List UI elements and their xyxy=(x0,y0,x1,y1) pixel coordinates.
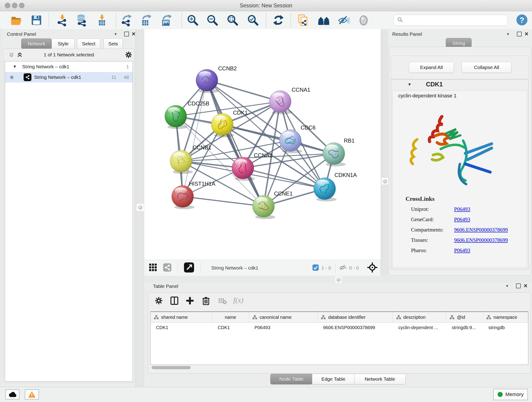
control-panel-float-icon[interactable] xyxy=(124,32,129,36)
zoom-out-icon[interactable] xyxy=(206,14,219,26)
share-document-icon[interactable] xyxy=(297,14,309,26)
right-splitter-handle[interactable] xyxy=(381,178,388,185)
memory-button[interactable]: Memory xyxy=(493,389,528,400)
results-panel-close-icon[interactable]: × xyxy=(525,32,528,36)
zoom-selected-icon[interactable] xyxy=(247,14,259,26)
table-row[interactable]: CDK1CDK1P064939606.ENSP00000378699cyclin… xyxy=(151,323,528,332)
tab-sets[interactable]: Sets xyxy=(104,38,123,49)
column-header-database-identifier[interactable]: database identifier xyxy=(317,312,393,322)
network-node-cdk1[interactable]: CDK1 xyxy=(211,109,248,137)
control-panel-menu-icon[interactable]: ▼ xyxy=(114,32,117,36)
crosslink-link[interactable]: 9606.ENSP00000378699 xyxy=(454,237,508,243)
fit-content-crosshair-icon[interactable] xyxy=(367,262,378,274)
network-share-icon xyxy=(24,73,32,81)
gene-card-collapse-icon[interactable]: ▼ xyxy=(408,82,412,87)
column-header-shared-name[interactable]: shared name xyxy=(151,312,212,322)
hide-eye-icon[interactable] xyxy=(337,14,350,26)
export-table-icon[interactable] xyxy=(140,14,152,26)
table-panel-close-icon[interactable]: × xyxy=(524,283,527,288)
network-row[interactable]: String Network – cdk1 11 48 xyxy=(5,72,133,83)
open-session-icon[interactable] xyxy=(10,14,22,26)
crosslink-label: Uniprot: xyxy=(411,206,454,212)
column-header-namespace[interactable]: namespace xyxy=(483,312,528,322)
column-type-icon xyxy=(154,315,159,319)
column-header-name[interactable]: name xyxy=(212,312,249,322)
zoom-fit-icon[interactable] xyxy=(226,14,239,26)
grid-view-icon[interactable] xyxy=(149,263,157,273)
control-panel-close-icon[interactable]: × xyxy=(132,32,135,36)
crosslink-link[interactable]: P06493 xyxy=(454,206,470,212)
birdseye-view-icon[interactable] xyxy=(184,262,194,274)
network-collection-label: String Network – cdk1 xyxy=(22,64,69,70)
node-label: CDC6 xyxy=(301,124,316,131)
table-panel-menu-icon[interactable]: ▼ xyxy=(505,284,509,288)
collapse-all-button[interactable]: Collapse All xyxy=(462,62,511,73)
network-canvas[interactable]: CCNB2CCNA1CDC25BCDK1CDC6RB1CCNB1CCNA2CDK… xyxy=(144,29,381,260)
tab-select[interactable]: Select xyxy=(77,38,100,49)
create-column-icon[interactable] xyxy=(185,295,195,306)
column-header--id[interactable]: @id xyxy=(446,312,483,322)
table-cell: 9606.ENSP00000378699 xyxy=(317,325,393,330)
column-header-description[interactable]: description xyxy=(393,312,447,322)
crosslink-link[interactable]: P06493 xyxy=(454,217,470,223)
tab-network-table[interactable]: Network Table xyxy=(354,374,405,384)
delete-column-trash-icon[interactable] xyxy=(201,295,211,306)
node-table: shared namenamecanonical namedatabase id… xyxy=(150,312,528,365)
window-titlebar: Session: New Session xyxy=(0,0,532,11)
table-options-gear-icon[interactable] xyxy=(153,295,164,306)
table-hscrollbar-track[interactable] xyxy=(150,366,528,370)
import-table-file-icon[interactable] xyxy=(96,14,108,26)
table-panel-float-icon[interactable] xyxy=(516,283,521,288)
network-options-gear-icon[interactable] xyxy=(125,51,132,59)
protein-structure-image xyxy=(405,103,501,192)
save-session-icon[interactable] xyxy=(30,14,43,26)
left-splitter-handle[interactable] xyxy=(136,204,144,211)
horizontal-splitter-handle[interactable] xyxy=(335,276,342,283)
delete-table-icon[interactable] xyxy=(217,296,228,306)
crosslink-link[interactable]: P06493 xyxy=(454,248,470,254)
function-builder-icon[interactable]: f(x) xyxy=(233,296,243,304)
show-columns-icon[interactable] xyxy=(169,295,180,306)
toolbar-separator xyxy=(181,13,182,27)
eye-inactive-icon[interactable] xyxy=(357,14,370,26)
zoom-in-icon[interactable] xyxy=(186,14,199,26)
expand-all-button[interactable]: Expand All xyxy=(409,62,454,73)
export-image-icon[interactable] xyxy=(160,14,173,26)
home-icon[interactable] xyxy=(317,14,330,26)
network-node-cdc6[interactable]: CDC6 xyxy=(279,124,316,153)
node-label: CCNE1 xyxy=(274,191,293,197)
column-header-canonical-name[interactable]: canonical name xyxy=(249,312,318,322)
network-node-ccnb1[interactable]: CCNB1 xyxy=(170,144,211,174)
refresh-icon[interactable] xyxy=(272,14,285,26)
column-type-icon xyxy=(450,315,455,319)
import-network-database-icon[interactable] xyxy=(75,14,88,26)
warning-button[interactable] xyxy=(25,389,39,400)
network-node-rb1[interactable]: RB1 xyxy=(323,138,355,166)
crosslink-link[interactable]: 9606.ENSP00000378699 xyxy=(454,227,508,233)
collapse-triangle-icon[interactable]: ▼ xyxy=(13,64,17,69)
crosslinks-list: Uniprot:P06493GeneCard:P06493Compartment… xyxy=(411,206,521,258)
gene-card: ▼ CDK1 cyclin-dependent kinase 1 xyxy=(391,79,529,269)
results-panel-float-icon[interactable] xyxy=(517,32,522,36)
tab-network[interactable]: Network xyxy=(21,38,51,49)
selected-checkbox-icon[interactable] xyxy=(312,264,319,272)
gene-description: cyclin-dependent kinase 1 xyxy=(398,93,456,99)
results-panel-menu-icon[interactable]: ▼ xyxy=(506,32,510,36)
network-view-share-icon[interactable] xyxy=(163,263,171,273)
network-view: CCNB2CCNA1CDC25BCDK1CDC6RB1CCNB1CCNA2CDK… xyxy=(144,29,381,260)
help-button[interactable]: ? xyxy=(516,14,528,27)
hidden-eye-icon[interactable] xyxy=(339,264,347,272)
table-hscrollbar-thumb[interactable] xyxy=(152,366,191,369)
cloud-button[interactable] xyxy=(5,389,19,400)
export-network-icon[interactable] xyxy=(120,14,133,26)
tab-edge-table[interactable]: Edge Table xyxy=(312,374,355,384)
network-node-hist1h1a[interactable]: HIST1H1A xyxy=(172,181,215,209)
tab-style[interactable]: Style xyxy=(51,38,75,49)
network-node-cdkn1a[interactable]: CDKN1A xyxy=(314,172,357,201)
search-input[interactable] xyxy=(405,15,507,25)
network-edge xyxy=(183,80,207,196)
tab-node-table[interactable]: Node Table xyxy=(270,374,312,384)
network-collection-count: 1 xyxy=(126,64,129,70)
import-network-file-icon[interactable] xyxy=(56,14,69,26)
network-collection-row[interactable]: ▼ String Network – cdk1 1 xyxy=(5,61,133,72)
